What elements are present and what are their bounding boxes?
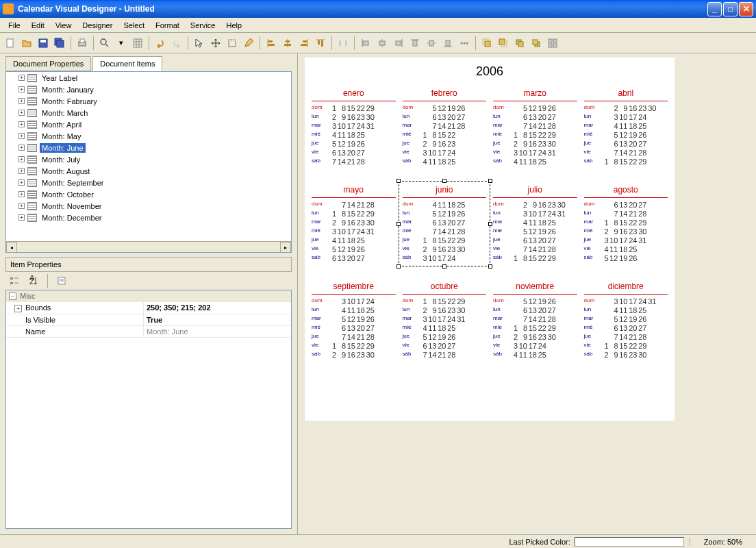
align-left-icon[interactable] [264,36,279,51]
close-button[interactable]: ✕ [739,2,753,16]
bring-front-icon[interactable] [479,36,494,51]
last-color-swatch[interactable] [575,537,684,547]
expand-icon[interactable]: + [18,168,25,174]
month-block[interactable]: mayodom7142128lun18152229mar29162330mié3… [312,185,396,262]
month-block[interactable]: agostodom6132027lun7142128mar18152229mié… [584,185,668,262]
select-rect-icon[interactable] [225,36,240,51]
expand-icon[interactable]: + [18,98,25,104]
month-block[interactable]: diciembredom310172431lun4111825mar512192… [584,282,668,359]
prop-value[interactable]: Month: June [143,326,291,337]
prop-row-name[interactable]: Name Month: June [6,326,291,338]
redo-icon[interactable] [169,36,184,51]
menu-designer[interactable]: Designer [77,20,118,31]
save-all-icon[interactable] [52,36,67,51]
menu-select[interactable]: Select [118,20,150,31]
selection-handle[interactable] [442,179,446,183]
tree-item-label[interactable]: Year Label [40,73,79,83]
minimize-button[interactable]: _ [707,2,722,16]
tree-item[interactable]: +Month: November [6,200,291,212]
save-icon[interactable] [36,36,51,51]
scroll-right-icon[interactable]: ▸ [280,242,291,253]
tree-item[interactable]: +Month: May [6,130,291,142]
zoom-dropdown-icon[interactable]: ▾ [114,36,129,51]
page[interactable]: 2006 enerodom18152229lun29162330mar31017… [305,58,675,421]
tree-item-label[interactable]: Month: October [40,190,96,199]
month-block[interactable]: juniodom4111825lun5121926mar6132027mié71… [403,185,487,262]
month-block[interactable]: marzodom5121926lun6132027mar7142128mié18… [493,88,577,166]
tab-document-items[interactable]: Document Items [92,56,162,71]
menu-help[interactable]: Help [221,20,248,31]
tree-item[interactable]: +Month: March [6,107,291,119]
selection-handle[interactable] [488,179,492,183]
month-block[interactable]: enerodom18152229lun29162330mar310172431m… [312,88,396,166]
tree-item[interactable]: +Month: Fabruary [6,95,291,107]
prop-value[interactable]: True [143,314,291,325]
menu-service[interactable]: Service [185,20,221,31]
design-canvas[interactable]: 2006 enerodom18152229lun29162330mar31017… [298,53,756,534]
alphabetical-icon[interactable]: AZ [26,273,41,288]
menu-view[interactable]: View [50,20,77,31]
tree-item[interactable]: +Month: December [6,212,291,223]
tree-item[interactable]: +Month: August [6,165,291,177]
expand-icon[interactable]: + [18,75,25,81]
tree-item-label[interactable]: Month: Fabruary [40,97,99,106]
tab-document-properties[interactable]: Document Properties [5,56,91,71]
align-obj-top-icon[interactable] [407,36,423,51]
distribute-icon[interactable] [457,36,472,51]
selection-handle[interactable] [396,179,401,183]
print-icon[interactable] [75,36,90,51]
expand-icon[interactable]: + [18,110,25,116]
expand-icon[interactable]: + [18,145,25,151]
align-top-icon[interactable] [313,36,328,51]
align-obj-left-icon[interactable] [358,36,373,51]
tree-item[interactable]: +Month: April [6,119,291,130]
tree-item-label[interactable]: Month: August [40,166,92,176]
new-icon[interactable] [3,36,18,51]
property-grid[interactable]: Misc Bounds 250; 350; 215; 202 Is Visibl… [5,290,292,529]
open-icon[interactable] [19,36,34,51]
menu-file[interactable]: File [3,20,26,31]
month-block[interactable]: abrildom29162330lun3101724mar4111825mié5… [584,88,668,166]
tree-item-label[interactable]: Month: June [40,143,86,153]
selection-handle[interactable] [396,264,401,269]
selection-handle[interactable] [396,222,401,226]
tree-item[interactable]: +Year Label [6,72,291,84]
pointer-icon[interactable] [192,36,207,51]
prop-row-isvisible[interactable]: Is Visible True [6,314,291,326]
selection-handle[interactable] [442,264,446,269]
tree-item-label[interactable]: Month: July [40,155,82,164]
group-icon[interactable] [545,36,560,51]
tree-item-label[interactable]: Month: September [40,178,106,188]
year-title[interactable]: 2006 [305,64,675,79]
tree-item-label[interactable]: Month: May [40,132,83,141]
align-obj-bottom-icon[interactable] [440,36,455,51]
send-backward-icon[interactable] [529,36,544,51]
align-right-icon[interactable] [297,36,312,51]
expand-icon[interactable]: + [18,156,25,162]
tree-item[interactable]: +Month: September [6,177,291,188]
scroll-left-icon[interactable]: ◂ [6,242,17,253]
expand-icon[interactable]: + [18,121,25,127]
selection-handle[interactable] [488,264,492,269]
month-block[interactable]: febrerodom5121926lun6132027mar7142128mié… [403,88,487,166]
align-obj-right-icon[interactable] [391,36,406,51]
tree-item[interactable]: +Month: July [6,153,291,165]
tree-item-label[interactable]: Month: March [40,108,90,118]
month-block[interactable]: noviembredom5121926lun6132027mar7142128m… [493,282,577,359]
distribute-h-icon[interactable] [336,36,351,51]
bring-forward-icon[interactable] [512,36,527,51]
tree-item-label[interactable]: Month: April [40,120,84,129]
tree-item-label[interactable]: Month: January [40,85,96,95]
menu-format[interactable]: Format [150,20,185,31]
move-icon[interactable] [208,36,223,51]
send-back-icon[interactable] [496,36,511,51]
month-block[interactable]: juliodom29162330lun310172431mar4111825mi… [493,185,577,262]
categorized-icon[interactable] [7,273,22,288]
maximize-button[interactable]: □ [723,2,738,16]
tree-item[interactable]: +Month: June [6,142,291,153]
undo-icon[interactable] [153,36,168,51]
tree-item[interactable]: +Month: January [6,84,291,95]
expand-icon[interactable]: + [18,133,25,139]
tree-item-label[interactable]: Month: December [40,213,103,223]
prop-value[interactable]: 250; 350; 215; 202 [143,302,291,314]
